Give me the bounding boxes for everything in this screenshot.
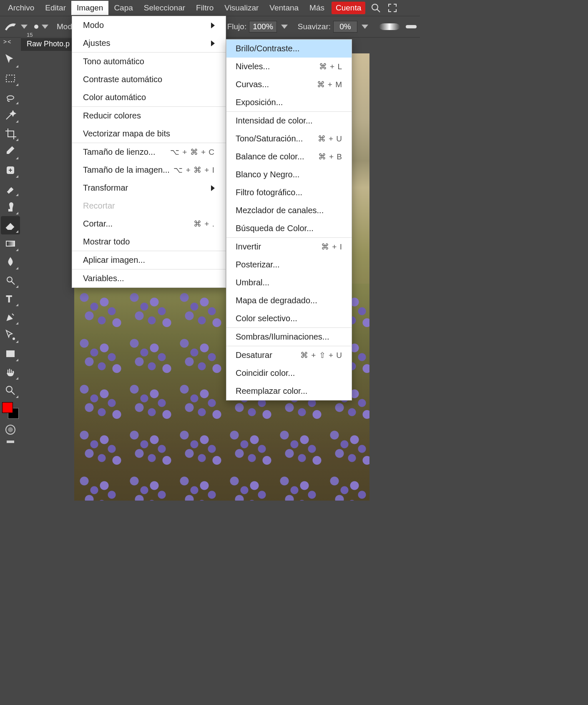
menu-item-label: Modo (83, 20, 104, 30)
adjust-menu-item[interactable]: Balance de color...⌘ + B (226, 148, 352, 166)
chevron-down-icon[interactable] (281, 25, 288, 29)
adjust-menu-item[interactable]: Posterizar... (226, 256, 352, 274)
menu-seleccionar[interactable]: Seleccionar (138, 1, 191, 15)
search-icon[interactable] (369, 2, 382, 14)
image-menu-item[interactable]: Vectorizar mapa de bits (72, 125, 226, 143)
svg-point-10 (6, 386, 12, 392)
image-menu-item[interactable]: Contraste automático (72, 70, 226, 88)
menubar: ArchivoEditarImagenCapaSeleccionarFiltro… (0, 0, 420, 16)
tool-type[interactable]: T (1, 290, 20, 308)
menu-item-label: Mapa de degradado... (236, 296, 317, 305)
menu-capa[interactable]: Capa (108, 1, 138, 15)
adjust-menu-item[interactable]: Blanco y Negro... (226, 166, 352, 184)
document-tab[interactable]: Raw Photo.p (21, 38, 75, 51)
adjust-menu-item[interactable]: Tono/Saturación...⌘ + U (226, 130, 352, 148)
brush-size-control[interactable] (34, 25, 48, 29)
adjust-menu-item[interactable]: Desaturar⌘ + ⇧ + U (226, 346, 352, 364)
tool-wand[interactable] (1, 106, 20, 124)
submenu-arrow-icon (211, 23, 215, 28)
tool-zoom[interactable] (1, 381, 20, 400)
image-menu-item[interactable]: Modo (72, 16, 226, 34)
adjust-menu-item[interactable]: Coincidir color... (226, 364, 352, 382)
adjust-menu-item[interactable]: Brillo/Contraste... (226, 40, 352, 58)
adjust-menu-item[interactable]: Curvas...⌘ + M (226, 76, 352, 93)
menu-item-label: Variables... (83, 274, 124, 283)
chevron-down-icon[interactable] (362, 25, 368, 29)
tool-rect-select[interactable] (1, 69, 20, 88)
ruler-toggle[interactable]: >< (3, 38, 12, 45)
tool-shape[interactable] (1, 345, 20, 363)
fullscreen-icon[interactable] (386, 2, 399, 14)
screen-mode-toggle[interactable] (7, 441, 14, 443)
menu-item-label: Reemplazar color... (236, 386, 307, 396)
adjust-menu-item[interactable]: Umbral... (226, 274, 352, 292)
brush-falloff-icon (406, 25, 417, 28)
menu-item-label: Tamaño de lienzo... (83, 147, 155, 157)
adjust-menu-item[interactable]: Invertir⌘ + I (226, 238, 352, 256)
menu-editar[interactable]: Editar (40, 1, 71, 15)
adjust-menu-item[interactable]: Intensidad de color... (226, 112, 352, 130)
tool-dodge[interactable] (1, 271, 20, 290)
tool-healing[interactable] (1, 161, 20, 179)
brush-preview[interactable] (3, 20, 28, 33)
tool-eraser[interactable] (1, 216, 20, 234)
adjust-menu-item[interactable]: Sombras/Iluminaciones... (226, 328, 352, 346)
image-menu-item[interactable]: Tamaño de lienzo...⌥ + ⌘ + C (72, 143, 226, 161)
menu-item-shortcut: ⌘ + M (317, 80, 342, 89)
tool-pen[interactable] (1, 308, 20, 326)
svg-rect-4 (6, 241, 15, 246)
menu-item-label: Coincidir color... (236, 368, 295, 378)
image-menu-item[interactable]: Cortar...⌘ + . (72, 215, 226, 233)
tool-eyedropper[interactable] (1, 143, 20, 161)
flujo-label: Flujo: (227, 22, 246, 31)
image-menu-item[interactable]: Aplicar imagen... (72, 251, 226, 269)
adjust-menu-item[interactable]: Mezclador de canales... (226, 201, 352, 219)
image-menu-item[interactable]: Transformar (72, 179, 226, 197)
suavizar-value[interactable]: 0% (333, 21, 357, 33)
menu-visualizar[interactable]: Visualizar (219, 1, 264, 15)
brush-size-number: 15 (27, 32, 33, 38)
menu-item-label: Aplicar imagen... (83, 255, 145, 265)
tool-blur[interactable] (1, 253, 20, 271)
menu-item-label: Transformar (83, 183, 128, 193)
tool-move[interactable] (1, 51, 20, 69)
tool-gradient[interactable] (1, 234, 20, 253)
tool-crop[interactable] (1, 124, 20, 143)
menu-más[interactable]: Más (304, 1, 330, 15)
image-menu-item[interactable]: Ajustes (72, 34, 226, 52)
image-menu-item[interactable]: Mostrar todo (72, 233, 226, 251)
color-swatch[interactable] (2, 402, 19, 419)
adjust-menu-item[interactable]: Mapa de degradado... (226, 292, 352, 310)
brush-stroke-preview[interactable] (379, 23, 400, 30)
adjust-menu-item[interactable]: Reemplazar color... (226, 382, 352, 400)
adjust-menu-item[interactable]: Color selectivo... (226, 310, 352, 327)
adjust-menu-item[interactable]: Filtro fotográfico... (226, 184, 352, 201)
tool-hand[interactable] (1, 363, 20, 381)
image-menu-item[interactable]: Variables... (72, 269, 226, 287)
adjustments-submenu: Brillo/Contraste...Niveles...⌘ + LCurvas… (226, 39, 352, 400)
adjust-menu-item[interactable]: Niveles...⌘ + L (226, 58, 352, 76)
image-menu-item[interactable]: Tono automático (72, 53, 226, 70)
tool-path-select[interactable] (1, 326, 20, 345)
adjust-menu-item[interactable]: Exposición... (226, 93, 352, 111)
menu-item-label: Reducir colores (83, 111, 141, 121)
svg-point-8 (13, 338, 15, 340)
image-menu-item[interactable]: Reducir colores (72, 107, 226, 125)
flujo-value[interactable]: 100% (249, 21, 277, 33)
quick-mask-toggle[interactable] (5, 425, 15, 435)
account-button[interactable]: Cuenta (332, 2, 365, 14)
menu-imagen[interactable]: Imagen (71, 1, 108, 15)
menu-item-label: Invertir (236, 242, 261, 252)
tool-stamp[interactable] (1, 198, 20, 216)
tool-brush[interactable] (1, 179, 20, 198)
menu-filtro[interactable]: Filtro (191, 1, 219, 15)
menu-ventana[interactable]: Ventana (264, 1, 304, 15)
image-menu-item[interactable]: Color automático (72, 88, 226, 106)
menu-item-label: Búsqueda de Color... (236, 224, 314, 233)
adjust-menu-item[interactable]: Búsqueda de Color... (226, 219, 352, 237)
image-menu-item[interactable]: Tamaño de la imagen...⌥ + ⌘ + I (72, 161, 226, 179)
menu-archivo[interactable]: Archivo (3, 1, 40, 15)
menu-item-label: Filtro fotográfico... (236, 188, 302, 197)
svg-rect-2 (6, 75, 15, 82)
tool-lasso[interactable] (1, 88, 20, 106)
